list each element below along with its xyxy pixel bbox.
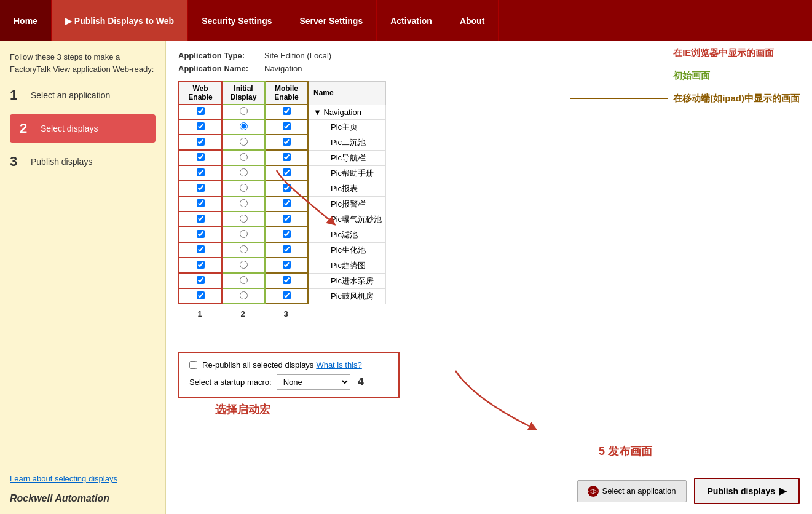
mobile-checkbox[interactable] [283,122,291,130]
annotation-mobile: 在移动端(如ipad)中显示的画面 [673,93,800,105]
table-row: Pic鼓风机房 [179,288,386,304]
display-name: Pic生化池 [308,242,386,258]
macro-label: Select a startup macro: [189,378,272,387]
mobile-checkbox[interactable] [283,153,291,161]
initial-radio[interactable] [240,245,248,253]
web-checkbox[interactable] [197,199,205,207]
app-type-label: Application Type: [178,51,264,60]
col1-num: 1 [178,307,221,321]
mobile-checkbox[interactable] [283,230,291,238]
app-name-value: Navigation [264,64,302,73]
mobile-checkbox[interactable] [283,261,291,269]
select-app-button[interactable]: ◁▷ Select an application [577,480,687,502]
mobile-checkbox[interactable] [283,138,291,146]
nav-publish[interactable]: ▶ Publish Displays to Web [52,0,188,41]
web-checkbox[interactable] [197,261,205,269]
display-name: Pic进水泵房 [308,273,386,288]
nav-activation[interactable]: Activation [377,0,446,41]
content-area: Application Type: Site Edition (Local) A… [166,41,812,514]
table-row: ▼ Navigation [179,105,386,119]
web-checkbox[interactable] [197,138,205,146]
table-row: Pic主页 [179,119,386,135]
mobile-checkbox[interactable] [283,199,291,207]
navbar: Home ▶ Publish Displays to Web Security … [0,0,812,41]
col-initial-header: Initial Display [222,81,265,105]
app-name-label: Application Name: [178,64,264,73]
table-row: Pic曝气沉砂池 [179,212,386,227]
step1: 1 Select an application [10,87,156,103]
initial-radio[interactable] [240,184,248,192]
display-name: Pic曝气沉砂池 [308,212,386,227]
initial-radio[interactable] [240,122,248,130]
initial-radio[interactable] [240,291,248,299]
repub-checkbox[interactable] [189,361,197,369]
table-row: Pic帮助手册 [179,165,386,181]
initial-radio[interactable] [240,276,248,284]
web-checkbox[interactable] [197,215,205,223]
nav-about[interactable]: About [446,0,499,41]
step2-active[interactable]: 2 Select displays [10,114,156,143]
web-checkbox[interactable] [197,107,205,115]
mobile-checkbox[interactable] [283,291,291,299]
nav-home[interactable]: Home [0,0,52,41]
initial-radio[interactable] [240,168,248,176]
mobile-checkbox[interactable] [283,184,291,192]
app-type-value: Site Edition (Local) [264,51,331,60]
web-checkbox[interactable] [197,184,205,192]
nav-security[interactable]: Security Settings [188,0,286,41]
table-row: Pic报警栏 [179,196,386,212]
sidebar-intro: Follow these 3 steps to make a FactoryTa… [10,51,156,75]
web-checkbox[interactable] [197,122,205,130]
mobile-checkbox[interactable] [283,107,291,115]
publish-label: Publish displays [708,486,775,496]
mobile-checkbox[interactable] [283,215,291,223]
table-row: Pic生化池 [179,242,386,258]
step2-num: 2 [20,121,34,136]
mobile-checkbox[interactable] [283,168,291,176]
col-mobile-header: Mobile Enable [265,81,308,105]
display-name: Pic鼓风机房 [308,288,386,304]
macro-select[interactable]: None [277,374,350,390]
startup-annotation: 选择启动宏 [215,402,800,417]
initial-radio[interactable] [240,107,248,115]
publish-button[interactable]: Publish displays ▶ [694,478,800,504]
initial-radio[interactable] [240,138,248,146]
what-is-this-link[interactable]: What is this? [316,360,361,370]
web-checkbox[interactable] [197,291,205,299]
display-name: Pic导航栏 [308,150,386,165]
initial-radio[interactable] [240,199,248,207]
col-web-header: Web Enable [179,81,222,105]
displays-table: Web Enable Initial Display Mobile Enable… [178,81,386,304]
step3: 3 Publish displays [10,154,156,170]
display-name: Pic报表 [308,181,386,196]
mobile-checkbox[interactable] [283,276,291,284]
select-app-icon: ◁▷ [588,486,599,497]
initial-radio[interactable] [240,215,248,223]
sidebar: Follow these 3 steps to make a FactoryTa… [0,41,166,514]
bottom-form: Re-publish all selected displays What is… [178,352,400,398]
select-app-label: Select an application [602,486,676,496]
step2-label: Select displays [41,124,98,133]
web-checkbox[interactable] [197,153,205,161]
web-checkbox[interactable] [197,245,205,253]
table-row: Pic滤池 [179,227,386,242]
web-checkbox[interactable] [197,230,205,238]
ann4-label: 4 [358,376,364,389]
web-checkbox[interactable] [197,168,205,176]
step3-num: 3 [10,154,25,170]
learn-link[interactable]: Learn about selecting displays [10,474,156,483]
display-name: Pic趋势图 [308,258,386,273]
col2-num: 2 [221,307,264,321]
annotation-web: 在IE浏览器中显示的画面 [673,47,774,59]
nav-server[interactable]: Server Settings [286,0,377,41]
table-row: Pic趋势图 [179,258,386,273]
col3-num: 3 [264,307,307,321]
step1-label: Select an application [31,90,110,100]
initial-radio[interactable] [240,153,248,161]
step3-label: Publish displays [31,157,92,167]
web-checkbox[interactable] [197,276,205,284]
display-name: Pic二沉池 [308,135,386,150]
mobile-checkbox[interactable] [283,245,291,253]
initial-radio[interactable] [240,230,248,238]
initial-radio[interactable] [240,261,248,269]
